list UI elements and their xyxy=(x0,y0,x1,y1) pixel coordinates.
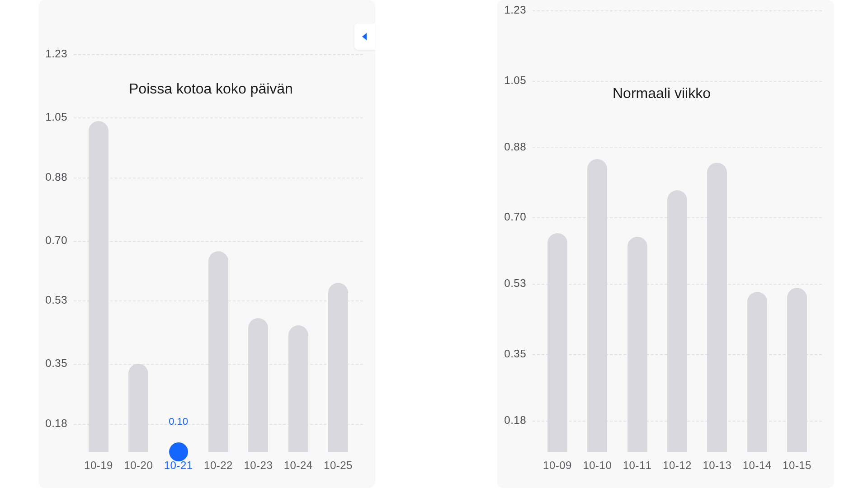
y-tick-label: 0.35 xyxy=(504,347,526,360)
scroll-left-button[interactable] xyxy=(354,23,375,50)
x-tick-label: 10-22 xyxy=(204,459,233,472)
viewport: 0.180.350.530.700.881.051.231.4010-1910-… xyxy=(0,0,868,488)
bar xyxy=(288,325,308,452)
x-tick-label: 10-25 xyxy=(324,459,353,472)
chart-panel-right: 0.180.350.530.700.881.051.2310-0910-1010… xyxy=(497,0,834,488)
gridline xyxy=(74,54,363,55)
svg-marker-0 xyxy=(362,33,367,40)
y-tick-label: 1.05 xyxy=(45,111,67,123)
x-tick-label: 10-13 xyxy=(703,459,731,472)
gridline xyxy=(533,10,822,11)
chart-title-left: Poissa kotoa koko päivän xyxy=(129,80,293,97)
bar xyxy=(627,237,647,452)
bar xyxy=(328,283,348,452)
y-tick-label: 0.70 xyxy=(45,234,67,247)
y-tick-label: 1.40 xyxy=(45,0,67,0)
x-tick-label: 10-19 xyxy=(84,459,113,472)
y-tick-label: 0.18 xyxy=(504,413,526,426)
x-tick-label: 10-15 xyxy=(783,459,811,472)
bar xyxy=(667,190,687,452)
y-tick-label: 0.53 xyxy=(504,277,526,290)
x-tick-label: 10-12 xyxy=(663,459,692,472)
gridline xyxy=(74,178,363,178)
x-tick-label: 10-14 xyxy=(743,459,772,472)
y-tick-label: 0.70 xyxy=(504,211,526,223)
plot-area-right: 0.180.350.530.700.881.051.2310-0910-1010… xyxy=(533,10,822,452)
gridline xyxy=(74,241,363,242)
chart-title-right: Normaali viikko xyxy=(613,85,711,102)
chart-panel-left: 0.180.350.530.700.881.051.231.4010-1910-… xyxy=(38,0,375,488)
y-tick-label: 1.23 xyxy=(45,47,67,60)
gridline xyxy=(74,117,363,118)
y-tick-label: 0.88 xyxy=(504,140,526,153)
gridline xyxy=(533,81,822,82)
x-tick-label: 10-10 xyxy=(583,459,612,472)
x-tick-label: 10-24 xyxy=(284,459,313,472)
y-tick-label: 0.53 xyxy=(45,294,67,306)
x-tick-label: 10-20 xyxy=(124,459,153,472)
x-tick-label: 10-09 xyxy=(543,459,572,472)
x-tick-label: 10-11 xyxy=(623,459,652,472)
y-tick-label: 0.88 xyxy=(45,170,67,183)
bar xyxy=(89,121,108,452)
bar xyxy=(128,364,148,452)
y-tick-label: 1.23 xyxy=(504,4,526,16)
y-tick-label: 0.18 xyxy=(45,417,67,429)
gridline xyxy=(533,147,822,148)
bar xyxy=(547,233,567,452)
bar xyxy=(248,318,268,452)
bar xyxy=(208,251,228,452)
highlight-marker xyxy=(169,442,188,461)
x-tick-label: 10-23 xyxy=(244,459,273,472)
plot-area-left: 0.180.350.530.700.881.051.231.4010-1910-… xyxy=(74,0,363,452)
bar xyxy=(747,292,767,452)
y-tick-label: 0.35 xyxy=(45,357,67,370)
bar xyxy=(787,288,807,452)
bar xyxy=(587,159,607,452)
y-tick-label: 1.05 xyxy=(504,74,526,86)
highlight-value-label: 0.10 xyxy=(169,416,188,427)
bar xyxy=(707,163,727,452)
chevron-left-icon xyxy=(361,32,368,41)
